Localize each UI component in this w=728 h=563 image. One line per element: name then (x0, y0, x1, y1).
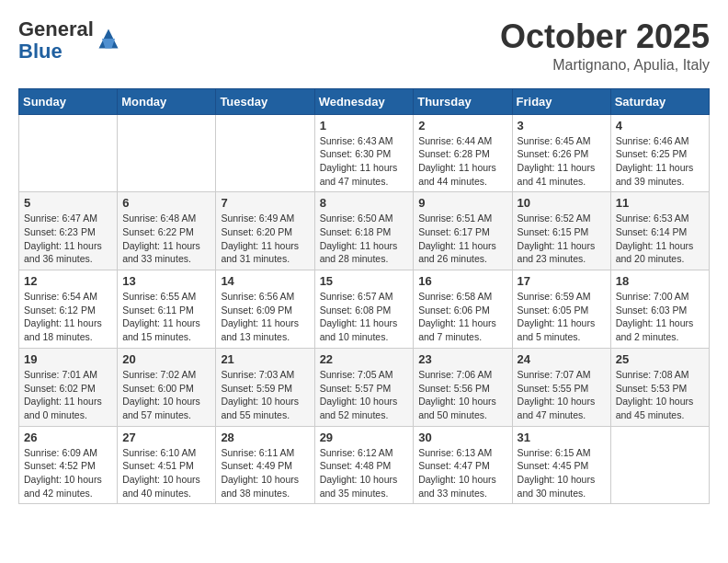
day-number: 6 (122, 196, 210, 210)
day-info: Sunrise: 7:03 AM Sunset: 5:59 PM Dayligh… (221, 368, 309, 422)
weekday-header-thursday: Thursday (414, 88, 512, 114)
calendar-cell (19, 114, 118, 192)
day-number: 17 (518, 274, 606, 288)
calendar-cell: 23Sunrise: 7:06 AM Sunset: 5:56 PM Dayli… (414, 348, 512, 426)
day-info: Sunrise: 6:46 AM Sunset: 6:25 PM Dayligh… (616, 134, 704, 189)
weekday-header-wednesday: Wednesday (314, 88, 414, 114)
day-number: 10 (518, 196, 606, 210)
day-info: Sunrise: 6:44 AM Sunset: 6:28 PM Dayligh… (418, 134, 506, 189)
day-number: 4 (616, 119, 704, 132)
day-number: 22 (320, 352, 409, 366)
calendar-cell: 20Sunrise: 7:02 AM Sunset: 6:00 PM Dayli… (118, 348, 216, 426)
day-number: 26 (24, 431, 112, 444)
day-number: 3 (518, 119, 606, 132)
calendar-cell: 1Sunrise: 6:43 AM Sunset: 6:30 PM Daylig… (314, 114, 414, 192)
day-info: Sunrise: 6:57 AM Sunset: 6:08 PM Dayligh… (320, 290, 409, 344)
calendar-week-row: 5Sunrise: 6:47 AM Sunset: 6:23 PM Daylig… (19, 192, 710, 270)
calendar-cell: 8Sunrise: 6:50 AM Sunset: 6:18 PM Daylig… (314, 192, 414, 270)
logo: General Blue (18, 18, 121, 63)
day-number: 13 (122, 274, 210, 288)
calendar-cell (216, 114, 314, 192)
calendar-cell: 29Sunrise: 6:12 AM Sunset: 4:48 PM Dayli… (314, 426, 414, 504)
day-number: 14 (221, 274, 309, 288)
calendar-cell: 10Sunrise: 6:52 AM Sunset: 6:15 PM Dayli… (512, 192, 610, 270)
day-number: 5 (24, 196, 112, 210)
calendar-cell: 14Sunrise: 6:56 AM Sunset: 6:09 PM Dayli… (216, 270, 314, 349)
day-number: 15 (320, 274, 409, 288)
day-info: Sunrise: 6:55 AM Sunset: 6:11 PM Dayligh… (122, 290, 210, 344)
day-info: Sunrise: 6:51 AM Sunset: 6:17 PM Dayligh… (418, 212, 506, 266)
calendar-cell: 27Sunrise: 6:10 AM Sunset: 4:51 PM Dayli… (118, 426, 216, 504)
day-number: 19 (24, 352, 112, 366)
day-number: 1 (320, 119, 409, 132)
day-info: Sunrise: 6:50 AM Sunset: 6:18 PM Dayligh… (320, 212, 409, 266)
day-info: Sunrise: 6:12 AM Sunset: 4:48 PM Dayligh… (320, 446, 409, 500)
day-info: Sunrise: 6:52 AM Sunset: 6:15 PM Dayligh… (518, 212, 606, 266)
weekday-header-tuesday: Tuesday (216, 88, 314, 114)
calendar-cell: 13Sunrise: 6:55 AM Sunset: 6:11 PM Dayli… (118, 270, 216, 349)
calendar-cell: 25Sunrise: 7:08 AM Sunset: 5:53 PM Dayli… (610, 348, 709, 426)
day-info: Sunrise: 6:10 AM Sunset: 4:51 PM Dayligh… (122, 446, 210, 500)
day-number: 31 (518, 431, 606, 444)
day-number: 18 (616, 274, 704, 288)
day-info: Sunrise: 6:58 AM Sunset: 6:06 PM Dayligh… (418, 290, 506, 344)
day-info: Sunrise: 7:05 AM Sunset: 5:57 PM Dayligh… (320, 368, 409, 422)
calendar-body: 1Sunrise: 6:43 AM Sunset: 6:30 PM Daylig… (19, 114, 710, 504)
logo-blue-text: Blue (18, 40, 63, 63)
day-number: 23 (418, 352, 506, 366)
calendar-cell: 2Sunrise: 6:44 AM Sunset: 6:28 PM Daylig… (414, 114, 512, 192)
weekday-header-row: SundayMondayTuesdayWednesdayThursdayFrid… (19, 88, 710, 114)
day-info: Sunrise: 6:15 AM Sunset: 4:45 PM Dayligh… (518, 446, 606, 500)
day-info: Sunrise: 7:06 AM Sunset: 5:56 PM Dayligh… (418, 368, 506, 422)
logo-general-text: General (18, 17, 94, 40)
day-info: Sunrise: 6:11 AM Sunset: 4:49 PM Dayligh… (221, 446, 309, 500)
calendar-cell (610, 426, 709, 504)
calendar-cell: 5Sunrise: 6:47 AM Sunset: 6:23 PM Daylig… (19, 192, 118, 270)
calendar-cell: 4Sunrise: 6:46 AM Sunset: 6:25 PM Daylig… (610, 114, 709, 192)
calendar-week-row: 12Sunrise: 6:54 AM Sunset: 6:12 PM Dayli… (19, 270, 710, 349)
day-info: Sunrise: 6:54 AM Sunset: 6:12 PM Dayligh… (24, 290, 112, 344)
day-number: 25 (616, 352, 704, 366)
month-title: October 2025 (500, 18, 710, 55)
day-number: 21 (221, 352, 309, 366)
calendar-cell (118, 114, 216, 192)
calendar-cell: 19Sunrise: 7:01 AM Sunset: 6:02 PM Dayli… (19, 348, 118, 426)
title-block: October 2025 Martignano, Apulia, Italy (500, 18, 710, 74)
day-number: 30 (418, 431, 506, 444)
day-info: Sunrise: 6:43 AM Sunset: 6:30 PM Dayligh… (320, 134, 409, 189)
weekday-header-sunday: Sunday (19, 88, 118, 114)
calendar-cell: 3Sunrise: 6:45 AM Sunset: 6:26 PM Daylig… (512, 114, 610, 192)
calendar-cell: 31Sunrise: 6:15 AM Sunset: 4:45 PM Dayli… (512, 426, 610, 504)
calendar-cell: 24Sunrise: 7:07 AM Sunset: 5:55 PM Dayli… (512, 348, 610, 426)
calendar-cell: 21Sunrise: 7:03 AM Sunset: 5:59 PM Dayli… (216, 348, 314, 426)
day-number: 11 (616, 196, 704, 210)
calendar-cell: 26Sunrise: 6:09 AM Sunset: 4:52 PM Dayli… (19, 426, 118, 504)
day-info: Sunrise: 6:48 AM Sunset: 6:22 PM Dayligh… (122, 212, 210, 266)
calendar-cell: 28Sunrise: 6:11 AM Sunset: 4:49 PM Dayli… (216, 426, 314, 504)
day-number: 28 (221, 431, 309, 444)
day-info: Sunrise: 6:45 AM Sunset: 6:26 PM Dayligh… (518, 134, 606, 189)
calendar-cell: 22Sunrise: 7:05 AM Sunset: 5:57 PM Dayli… (314, 348, 414, 426)
day-number: 27 (122, 431, 210, 444)
day-info: Sunrise: 6:59 AM Sunset: 6:05 PM Dayligh… (518, 290, 606, 344)
calendar-cell: 17Sunrise: 6:59 AM Sunset: 6:05 PM Dayli… (512, 270, 610, 349)
day-info: Sunrise: 7:00 AM Sunset: 6:03 PM Dayligh… (616, 290, 704, 344)
calendar-week-row: 1Sunrise: 6:43 AM Sunset: 6:30 PM Daylig… (19, 114, 710, 192)
calendar-cell: 30Sunrise: 6:13 AM Sunset: 4:47 PM Dayli… (414, 426, 512, 504)
day-number: 9 (418, 196, 506, 210)
day-number: 7 (221, 196, 309, 210)
page-header: General Blue October 2025 Martignano, Ap… (18, 18, 710, 74)
calendar-cell: 7Sunrise: 6:49 AM Sunset: 6:20 PM Daylig… (216, 192, 314, 270)
logo-icon (96, 26, 121, 52)
day-number: 29 (320, 431, 409, 444)
calendar-cell: 9Sunrise: 6:51 AM Sunset: 6:17 PM Daylig… (414, 192, 512, 270)
weekday-header-monday: Monday (118, 88, 216, 114)
day-info: Sunrise: 7:01 AM Sunset: 6:02 PM Dayligh… (24, 368, 112, 422)
day-info: Sunrise: 7:02 AM Sunset: 6:00 PM Dayligh… (122, 368, 210, 422)
calendar-week-row: 26Sunrise: 6:09 AM Sunset: 4:52 PM Dayli… (19, 426, 710, 504)
day-number: 8 (320, 196, 409, 210)
day-number: 24 (518, 352, 606, 366)
day-info: Sunrise: 6:47 AM Sunset: 6:23 PM Dayligh… (24, 212, 112, 266)
weekday-header-saturday: Saturday (610, 88, 709, 114)
day-info: Sunrise: 6:53 AM Sunset: 6:14 PM Dayligh… (616, 212, 704, 266)
